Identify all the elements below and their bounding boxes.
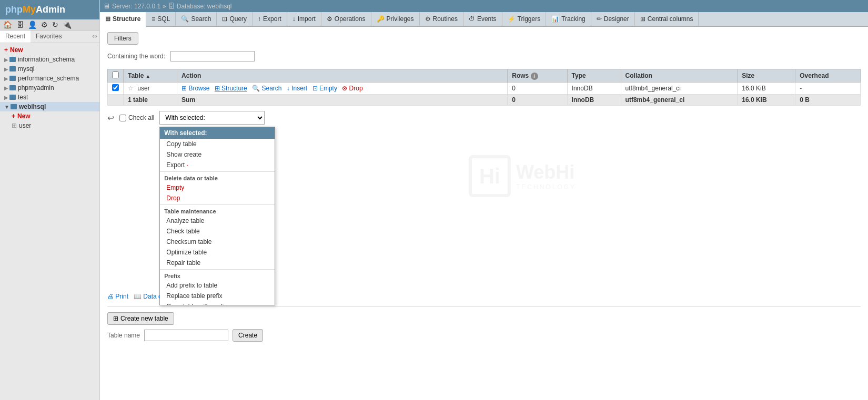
watermark: Hi WebHi TECHNOLOGY [469, 155, 576, 197]
db-expand-icon: ▶ [4, 57, 8, 63]
menu-item-copy-table[interactable]: Copy table [160, 139, 275, 149]
sidebar-item-test[interactable]: ▶ test [0, 93, 99, 102]
tables-table: Table ▲ Action Rows i Type Collation Siz… [107, 69, 861, 106]
insert-link[interactable]: ↓ Insert [287, 85, 307, 92]
menu-item-export[interactable]: Export [160, 160, 275, 170]
export-tab-icon: ↑ [258, 15, 261, 23]
tabbar: ⊞ Structure ≡ SQL 🔍 Search ⊡ Query ↑ Exp… [100, 12, 868, 27]
create-new-table-button[interactable]: ⊞ Create new table [107, 312, 174, 325]
menu-item-repair[interactable]: Repair table [160, 258, 275, 268]
settings-icon[interactable]: ⚙ [41, 20, 48, 29]
sidebar-item-user[interactable]: ⊞ user [0, 121, 99, 130]
tab-recent[interactable]: Recent [0, 30, 31, 43]
tab-import[interactable]: ↓ Import [287, 12, 321, 26]
import-tab-icon: ↓ [292, 15, 296, 23]
db-icon-2[interactable]: 🗄 [16, 20, 24, 29]
sidebar-item-information-schema[interactable]: ▶ information_schema [0, 55, 99, 64]
create-submit-button[interactable]: Create [233, 329, 263, 342]
sidebar-item-webihsql[interactable]: ▼ webihsql [0, 102, 99, 111]
bookmark-icon[interactable]: ☆ [128, 85, 134, 92]
app-logo: phpMyAdmin [5, 4, 65, 15]
menu-item-add-prefix[interactable]: Add prefix to table [160, 280, 275, 291]
filters-button[interactable]: Filters [107, 32, 138, 45]
table-rows-cell: 0 [508, 83, 567, 95]
sidebar-toggle[interactable]: ⇔ [90, 30, 99, 43]
table-name-row: Table name Create [107, 329, 861, 342]
menu-item-drop[interactable]: Drop [160, 193, 275, 203]
tab-events[interactable]: ⏱ Events [463, 12, 502, 26]
col-rows: Rows i [508, 69, 567, 83]
browse-link[interactable]: ⊞ Browse [181, 85, 209, 92]
col-table[interactable]: Table ▲ [124, 69, 177, 83]
db-expand-icon-4: ▶ [4, 85, 8, 91]
home-icon[interactable]: 🏠 [3, 20, 12, 29]
events-tab-icon: ⏱ [469, 15, 475, 23]
server-label: Server: 127.0.0.1 [112, 3, 160, 10]
sidebar-new[interactable]: + New [0, 45, 99, 55]
create-icon: ⊞ [113, 315, 118, 322]
table-name-label: Table name [107, 332, 140, 339]
refresh-icon[interactable]: ↻ [52, 20, 58, 29]
structure-tab-icon: ⊞ [105, 15, 110, 23]
sidebar-sub-new[interactable]: + New [0, 111, 99, 121]
tab-query[interactable]: ⊡ Query [217, 12, 253, 26]
sort-arrow-table: ▲ [146, 74, 150, 79]
select-all-checkbox[interactable] [112, 71, 119, 78]
sidebar-item-mysql[interactable]: ▶ mysql [0, 64, 99, 74]
tab-structure[interactable]: ⊞ Structure [100, 12, 146, 27]
tab-export[interactable]: ↑ Export [253, 12, 287, 26]
menu-item-replace-prefix[interactable]: Replace table prefix [160, 291, 275, 301]
sub-new-icon: + [12, 112, 15, 120]
back-icon[interactable]: ↩ [107, 113, 114, 123]
empty-link[interactable]: ⊡ Empty [312, 85, 337, 92]
sidebar-item-phpmyadmin[interactable]: ▶ phpmyadmin [0, 83, 99, 93]
tab-triggers[interactable]: ⚡ Triggers [502, 12, 547, 26]
menu-divider-2 [160, 204, 275, 205]
search-link[interactable]: 🔍 Search [252, 85, 281, 92]
tab-routines[interactable]: ⚙ Routines [420, 12, 463, 26]
check-all-checkbox[interactable] [119, 115, 126, 121]
rows-info-icon[interactable]: i [531, 73, 538, 80]
sidebar-header: phpMyAdmin [0, 0, 99, 19]
db-icon-breadcrumb: 🗄 [168, 3, 175, 10]
with-selected-select[interactable]: With selected: [159, 111, 265, 125]
menu-item-empty[interactable]: Empty [160, 182, 275, 193]
table-icon: ⊞ [12, 122, 17, 129]
user-icon[interactable]: 👤 [28, 20, 37, 29]
check-all-container[interactable]: Check all [119, 114, 154, 121]
tab-tracking[interactable]: 📊 Tracking [546, 12, 591, 26]
drop-link[interactable]: ⊗ Drop [342, 85, 362, 92]
menu-item-checksum[interactable]: Checksum table [160, 237, 275, 247]
tab-sql[interactable]: ≡ SQL [146, 12, 176, 26]
menu-section-prefix: Prefix [160, 271, 275, 280]
menu-item-analyze[interactable]: Analyze table [160, 216, 275, 226]
table-name-input[interactable] [144, 330, 228, 341]
print-link[interactable]: 🖨 Print [107, 293, 128, 300]
menu-item-show-create[interactable]: Show create [160, 149, 275, 160]
table-row: ☆ user ⊞ Browse ⊞ Structure 🔍 Search ↓ I… [108, 83, 861, 95]
create-table-section: ⊞ Create new table Table name Create [107, 306, 861, 342]
db-icon-8 [11, 104, 17, 109]
footer-size: 16.0 KiB [738, 95, 795, 106]
structure-link[interactable]: ⊞ Structure [215, 85, 247, 92]
menu-item-copy-prefix[interactable]: Copy table with prefix [160, 301, 275, 305]
sidebar-nav: + New ▶ information_schema ▶ mysql ▶ per… [0, 43, 99, 400]
sidebar: phpMyAdmin 🏠 🗄 👤 ⚙ ↻ 🔌 Recent Favorites … [0, 0, 100, 400]
search-tab-icon: 🔍 [181, 15, 189, 23]
menu-item-optimize[interactable]: Optimize table [160, 247, 275, 258]
tab-central-columns[interactable]: ⊞ Central columns [635, 12, 699, 26]
tab-designer[interactable]: ✏ Designer [591, 12, 635, 26]
tab-privileges[interactable]: 🔑 Privileges [371, 12, 420, 26]
main-area: 🖥 Server: 127.0.0.1 » 🗄 Database: webihs… [100, 0, 868, 400]
menu-section-maintenance: Table maintenance [160, 206, 275, 216]
filter-input[interactable] [170, 51, 255, 61]
tab-favorites[interactable]: Favorites [31, 30, 67, 43]
tab-operations[interactable]: ⚙ Operations [321, 12, 371, 26]
plugin-icon[interactable]: 🔌 [63, 20, 72, 29]
menu-divider-3 [160, 269, 275, 270]
tab-search[interactable]: 🔍 Search [176, 12, 217, 26]
row-checkbox[interactable] [112, 84, 119, 91]
menu-item-check[interactable]: Check table [160, 226, 275, 237]
sidebar-item-performance-schema[interactable]: ▶ performance_schema [0, 74, 99, 83]
with-selected-container: With selected: With selected: Copy table… [159, 111, 265, 125]
